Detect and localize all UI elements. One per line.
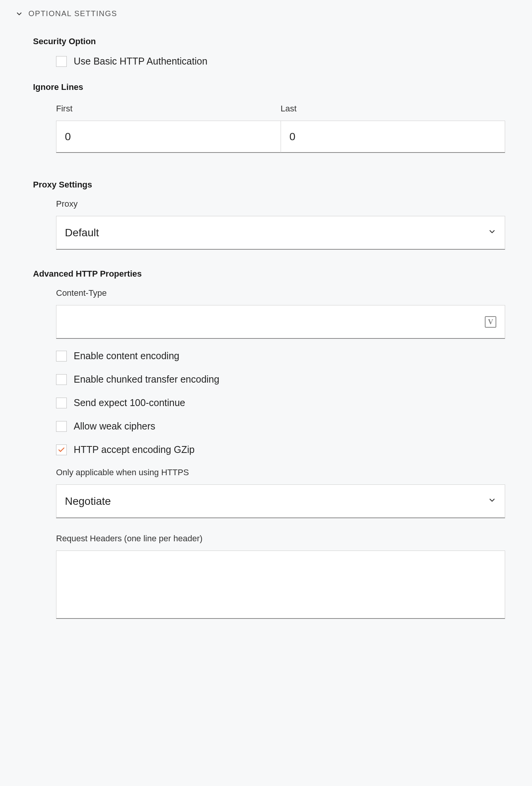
advanced-checkbox-label: Enable content encoding [74,350,179,361]
ignore-first-input[interactable] [56,121,281,153]
https-mode-value: Negotiate [65,495,488,507]
basic-auth-checkbox[interactable]: Use Basic HTTP Authentication [56,56,505,67]
checkbox-icon [56,398,67,408]
https-mode-select[interactable]: Negotiate [56,484,505,518]
advanced-http-heading: Advanced HTTP Properties [15,269,517,279]
chevron-down-icon [15,10,23,18]
proxy-select[interactable]: Default [56,216,505,250]
advanced-checkbox-0[interactable]: Enable content encoding [56,350,505,361]
request-headers-label: Request Headers (one line per header) [56,534,505,544]
ignore-last-label: Last [281,104,505,114]
proxy-settings-heading: Proxy Settings [15,180,517,190]
checkbox-icon [56,374,67,385]
ignore-last-input[interactable] [281,121,505,153]
advanced-checkbox-label: HTTP accept encoding GZip [74,444,195,455]
optional-settings-toggle[interactable]: OPTIONAL SETTINGS [15,8,517,27]
security-option-heading: Security Option [15,36,517,46]
advanced-checkbox-1[interactable]: Enable chunked transfer encoding [56,374,505,385]
chevron-down-icon [488,496,496,507]
basic-auth-label: Use Basic HTTP Authentication [74,56,207,67]
advanced-checkbox-label: Enable chunked transfer encoding [74,374,219,385]
checkbox-icon [56,421,67,432]
variable-picker-icon[interactable]: V [485,316,496,328]
ignore-first-label: First [56,104,281,114]
proxy-label: Proxy [56,199,505,209]
checkbox-icon [56,351,67,361]
content-type-input[interactable] [56,305,485,338]
advanced-checkbox-label: Allow weak ciphers [74,421,155,432]
https-only-label: Only applicable when using HTTPS [56,468,505,478]
chevron-down-icon [488,227,496,238]
proxy-select-value: Default [65,227,488,239]
advanced-checkbox-3[interactable]: Allow weak ciphers [56,421,505,432]
content-type-label: Content-Type [56,288,505,298]
advanced-checkbox-2[interactable]: Send expect 100-continue [56,397,505,408]
content-type-field-wrap: V [56,305,505,339]
checkbox-icon [56,56,67,67]
advanced-checkbox-4[interactable]: HTTP accept encoding GZip [56,444,505,455]
request-headers-textarea[interactable] [56,551,505,619]
checkbox-checked-icon [56,444,67,455]
optional-settings-title: OPTIONAL SETTINGS [28,9,117,18]
ignore-lines-heading: Ignore Lines [15,82,517,92]
advanced-checkbox-label: Send expect 100-continue [74,397,185,408]
